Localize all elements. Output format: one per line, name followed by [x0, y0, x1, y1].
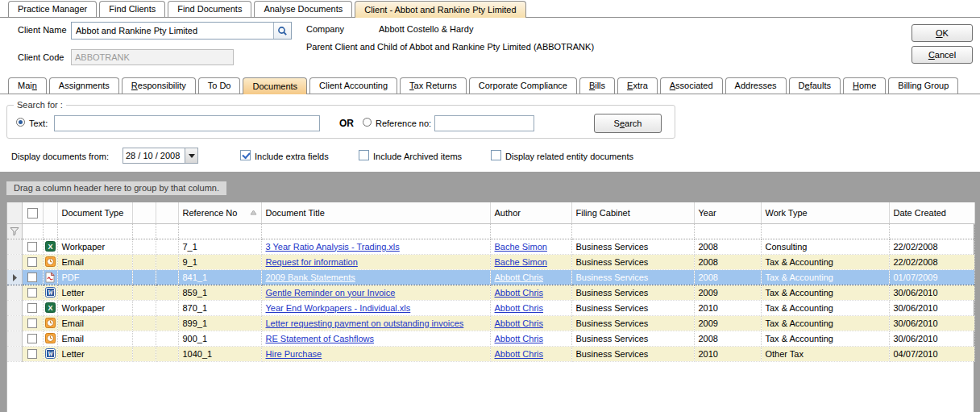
row-checkbox[interactable]: [27, 318, 37, 328]
client-tab-extra[interactable]: Extra: [617, 77, 658, 94]
workspace-tab-practice-manager[interactable]: Practice Manager: [8, 1, 97, 17]
cell-extra2: [156, 285, 178, 300]
document-title-link[interactable]: 3 Year Ratio Analysis - Trading.xls: [266, 242, 400, 252]
col-header-extra2[interactable]: [156, 202, 178, 223]
cell-author: Abbott Chris: [490, 315, 571, 331]
filter-cell-indicator: [7, 223, 22, 239]
search-button[interactable]: Search: [594, 114, 662, 133]
client-tab-to-do[interactable]: To Do: [198, 77, 241, 94]
display-from-input[interactable]: [123, 148, 185, 163]
client-tab-tax-returns[interactable]: Tax Returns: [400, 77, 467, 94]
col-header-created[interactable]: Date Created: [889, 202, 974, 223]
filter-cell-select[interactable]: [22, 223, 43, 239]
author-link[interactable]: Abbott Chris: [495, 303, 544, 313]
col-header-icon[interactable]: [43, 202, 57, 223]
document-title-link[interactable]: Letter requesting payment on outstanding…: [266, 318, 464, 328]
cell-title: Hire Purchase: [261, 346, 490, 361]
document-title-link[interactable]: RE Statement of Cashflows: [266, 334, 375, 343]
col-header-cabinet[interactable]: Filing Cabinet: [571, 202, 694, 223]
client-tab-billing-group[interactable]: Billing Group: [888, 77, 958, 94]
author-link[interactable]: Abbott Chris: [495, 318, 544, 328]
author-link[interactable]: Abbott Chris: [495, 273, 544, 282]
text-search-input[interactable]: [54, 115, 320, 131]
workspace-tab-find-clients[interactable]: Find Clients: [99, 1, 165, 17]
table-row[interactable]: XWorkpaper870_1Year End Workpapers - Ind…: [7, 300, 974, 315]
author-link[interactable]: Bache Simon: [495, 257, 547, 267]
col-header-select[interactable]: [22, 202, 43, 223]
client-tab-bills[interactable]: Bills: [579, 77, 615, 94]
col-header-type[interactable]: Document Type: [57, 202, 132, 223]
text-search-radio[interactable]: [16, 118, 25, 127]
row-checkbox[interactable]: [27, 273, 37, 282]
select-all-checkbox[interactable]: [27, 208, 38, 218]
row-checkbox[interactable]: [27, 257, 37, 267]
client-tab-associated[interactable]: Associated: [660, 77, 723, 94]
document-title-link[interactable]: Request for information: [266, 257, 358, 267]
row-checkbox[interactable]: [27, 349, 37, 359]
include-archived-items-checkbox[interactable]: [359, 150, 369, 160]
document-title-link[interactable]: Gentle Reminder on your Invoice: [266, 288, 396, 298]
filter-cell-cabinet[interactable]: [571, 223, 694, 239]
client-name-input[interactable]: [72, 23, 273, 39]
client-tab-corporate-compliance[interactable]: Corporate Compliance: [469, 77, 577, 94]
client-tab-assignments[interactable]: Assignments: [49, 77, 119, 94]
table-row[interactable]: XWorkpaper7_13 Year Ratio Analysis - Tra…: [7, 239, 974, 254]
client-name-label: Client Name: [18, 25, 67, 35]
workspace-tab-analyse-documents[interactable]: Analyse Documents: [254, 1, 352, 17]
col-header-work_type[interactable]: Work Type: [761, 202, 889, 223]
client-tab-addresses[interactable]: Addresses: [725, 77, 787, 94]
filter-cell-year[interactable]: [694, 223, 761, 239]
table-row[interactable]: WLetter859_1Gentle Reminder on your Invo…: [7, 285, 974, 300]
table-row[interactable]: Email900_1RE Statement of CashflowsAbbot…: [7, 331, 974, 346]
client-tab-client-accounting[interactable]: Client Accounting: [309, 77, 397, 94]
filter-cell-icon[interactable]: [43, 223, 57, 239]
include-extra-fields-checkbox[interactable]: [240, 150, 251, 160]
filter-cell-work_type[interactable]: [761, 223, 889, 239]
cell-cabinet: Business Services: [571, 346, 694, 361]
client-tab-main[interactable]: Main: [8, 77, 47, 94]
cell-author: Bache Simon: [490, 254, 571, 269]
cell-extra1: [132, 254, 156, 269]
col-header-author[interactable]: Author: [490, 202, 571, 223]
workspace-tab-find-documents[interactable]: Find Documents: [168, 1, 251, 17]
cancel-button[interactable]: Cancel: [911, 46, 973, 64]
col-header-title[interactable]: Document Title: [261, 202, 490, 223]
author-link[interactable]: Abbott Chris: [495, 349, 544, 359]
reference-search-radio[interactable]: [363, 118, 372, 127]
table-row[interactable]: WLetter1040_1Hire PurchaseAbbott ChrisBu…: [7, 346, 974, 361]
cell-icon: X: [43, 239, 57, 254]
row-checkbox[interactable]: [27, 303, 37, 313]
filter-cell-author[interactable]: [490, 223, 571, 239]
row-checkbox[interactable]: [27, 242, 37, 252]
display-related-entity-checkbox[interactable]: [491, 150, 501, 160]
client-tab-documents[interactable]: Documents: [243, 77, 307, 94]
table-row[interactable]: Email9_1Request for informationBache Sim…: [7, 254, 974, 269]
client-search-button[interactable]: [273, 23, 291, 39]
table-row[interactable]: PDF841_12009 Bank StatementsAbbott Chris…: [7, 269, 974, 285]
filter-cell-title[interactable]: [261, 223, 490, 239]
author-link[interactable]: Abbott Chris: [495, 334, 544, 343]
chevron-down-icon[interactable]: [185, 148, 197, 163]
document-title-link[interactable]: 2009 Bank Statements: [266, 273, 355, 282]
author-link[interactable]: Bache Simon: [495, 242, 547, 252]
filter-cell-type[interactable]: [57, 223, 132, 239]
workspace-tab-client-abbot-and-rankine-pty-limited[interactable]: Client - Abbot and Rankine Pty Limited: [355, 1, 525, 18]
author-link[interactable]: Abbott Chris: [495, 288, 544, 298]
row-checkbox[interactable]: [27, 334, 37, 343]
client-tab-home[interactable]: Home: [843, 77, 886, 94]
col-header-extra1[interactable]: [132, 202, 156, 223]
row-checkbox[interactable]: [27, 288, 37, 298]
filter-cell-extra1[interactable]: [132, 223, 156, 239]
ok-button[interactable]: OK: [911, 24, 973, 42]
filter-cell-ref[interactable]: [178, 223, 261, 239]
table-row[interactable]: Email899_1Letter requesting payment on o…: [7, 315, 974, 331]
client-tab-responsibility[interactable]: Responsibility: [122, 77, 196, 94]
col-header-ref[interactable]: Reference No: [178, 202, 261, 223]
client-tab-defaults[interactable]: Defaults: [789, 77, 841, 94]
reference-search-input[interactable]: [434, 115, 534, 131]
filter-cell-extra2[interactable]: [156, 223, 178, 239]
document-title-link[interactable]: Year End Workpapers - Individual.xls: [266, 303, 411, 313]
col-header-year[interactable]: Year: [694, 202, 761, 223]
filter-cell-created[interactable]: [889, 223, 974, 239]
document-title-link[interactable]: Hire Purchase: [266, 349, 322, 359]
